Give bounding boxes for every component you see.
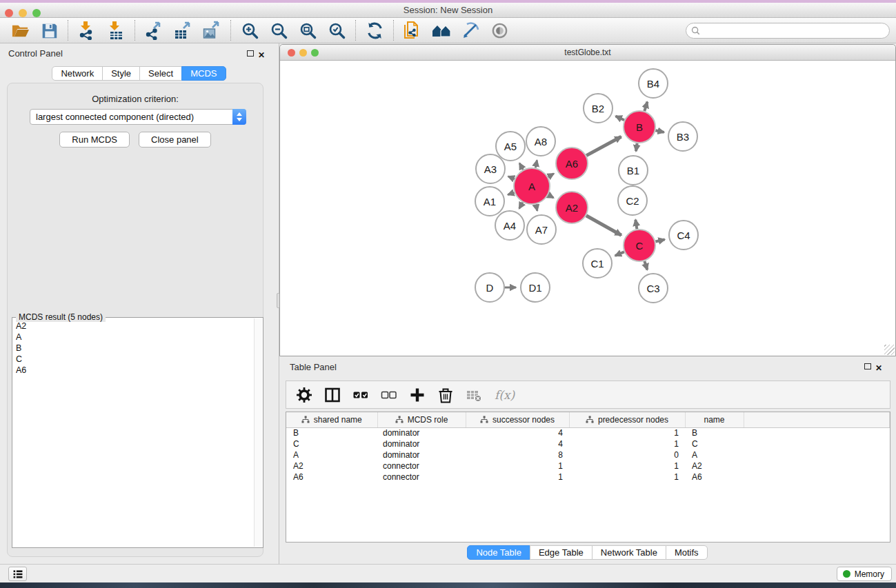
table-cell[interactable]: 1 <box>569 438 685 449</box>
column-header-predecessor-nodes[interactable]: predecessor nodes <box>569 412 685 427</box>
graph-node-A6[interactable]: A6 <box>556 148 588 179</box>
scrollbar-track[interactable] <box>254 318 262 547</box>
table-row[interactable]: A2connector11A2 <box>286 460 890 472</box>
mcds-result-item[interactable]: B <box>16 343 253 354</box>
table-cell[interactable]: 1 <box>466 472 569 483</box>
deselect-all-checkboxes-icon[interactable] <box>380 386 398 404</box>
refresh-icon[interactable] <box>360 19 389 42</box>
mcds-result-item[interactable]: C <box>16 354 253 365</box>
table-tab-node-table[interactable]: Node Table <box>467 545 530 560</box>
zoom-selected-icon[interactable] <box>322 19 351 42</box>
node-table[interactable]: shared nameMCDS rolesuccessor nodesprede… <box>286 412 890 483</box>
graph-node-A[interactable]: A <box>514 168 550 204</box>
graph-node-A2[interactable]: A2 <box>556 192 588 223</box>
resize-grip-icon[interactable] <box>884 345 895 355</box>
column-header-name[interactable]: name <box>685 412 744 427</box>
mcds-result-item[interactable]: A6 <box>16 365 253 376</box>
export-table-icon[interactable] <box>168 19 197 42</box>
table-cell[interactable]: 1 <box>569 472 685 483</box>
table-cell[interactable]: connector <box>377 472 466 483</box>
maximize-network-button[interactable] <box>311 49 319 57</box>
graph-node-B4[interactable]: B4 <box>639 69 668 98</box>
graph-node-D[interactable]: D <box>475 273 504 302</box>
delete-column-icon[interactable] <box>437 386 455 404</box>
table-cell[interactable]: A6 <box>286 472 377 483</box>
graph-node-C2[interactable]: C2 <box>618 186 647 215</box>
table-cell[interactable]: A <box>685 449 744 460</box>
network-canvas[interactable]: B4B2BB3A8A5A6A3B1AC2A1A2A4A7C4CC1DD1C3 <box>280 61 895 356</box>
table-cell[interactable]: dominator <box>377 449 466 460</box>
table-cell[interactable]: dominator <box>377 438 466 449</box>
table-row[interactable]: Bdominator41B <box>286 427 890 438</box>
graph-node-B3[interactable]: B3 <box>668 122 697 151</box>
graph-node-B1[interactable]: B1 <box>619 156 648 185</box>
task-history-button[interactable] <box>8 567 27 581</box>
graph-node-A4[interactable]: A4 <box>495 211 524 240</box>
hide-graphics-details-icon[interactable] <box>456 19 485 42</box>
mcds-result-item[interactable]: A2 <box>16 321 253 332</box>
function-builder-icon[interactable]: f(x) <box>495 388 515 402</box>
graph-node-A3[interactable]: A3 <box>476 154 505 183</box>
select-all-checkboxes-icon[interactable] <box>352 386 370 404</box>
close-network-button[interactable] <box>288 49 295 57</box>
criterion-dropdown[interactable]: largest connected component (directed) <box>30 109 246 125</box>
minimize-window-button[interactable] <box>19 9 27 17</box>
control-tab-select[interactable]: Select <box>139 66 182 81</box>
zoom-fit-icon[interactable] <box>293 19 322 42</box>
table-cell[interactable]: A2 <box>685 460 744 472</box>
add-column-icon[interactable] <box>408 386 426 404</box>
graph-node-B[interactable]: B <box>624 111 655 143</box>
table-cell[interactable]: A6 <box>685 472 744 483</box>
graph-node-B2[interactable]: B2 <box>584 94 613 123</box>
graph-node-A8[interactable]: A8 <box>526 127 555 156</box>
show-columns-icon[interactable] <box>323 386 341 404</box>
export-network-icon[interactable] <box>139 19 168 42</box>
table-row[interactable]: Cdominator41C <box>286 438 890 449</box>
float-panel-icon[interactable] <box>247 50 254 57</box>
mcds-result-item[interactable]: A <box>16 332 253 343</box>
open-file-icon[interactable] <box>6 19 34 42</box>
network-graph[interactable]: B4B2BB3A8A5A6A3B1AC2A1A2A4A7C4CC1DD1C3 <box>280 61 895 356</box>
graph-node-D1[interactable]: D1 <box>521 273 550 302</box>
graph-node-C1[interactable]: C1 <box>583 249 612 278</box>
control-tab-style[interactable]: Style <box>102 66 140 81</box>
table-cell[interactable]: connector <box>377 460 466 472</box>
table-cell[interactable]: 0 <box>569 449 685 460</box>
table-cell[interactable]: B <box>685 427 744 438</box>
maximize-window-button[interactable] <box>32 9 41 17</box>
table-cell[interactable]: 4 <box>466 427 569 438</box>
memory-button[interactable]: Memory <box>837 567 892 581</box>
close-panel-icon[interactable] <box>258 48 268 58</box>
column-header-shared-name[interactable]: shared name <box>286 412 377 427</box>
table-tab-network-table[interactable]: Network Table <box>592 545 666 560</box>
table-cell[interactable]: 1 <box>466 460 569 472</box>
graph-node-C[interactable]: C <box>624 230 655 261</box>
delete-table-icon[interactable] <box>465 386 483 404</box>
save-session-icon[interactable] <box>34 19 63 42</box>
run-mcds-button[interactable]: Run MCDS <box>59 132 130 148</box>
table-cell[interactable]: A <box>286 449 377 460</box>
column-header-successor-nodes[interactable]: successor nodes <box>466 412 569 427</box>
table-cell[interactable]: B <box>286 427 377 438</box>
minimize-network-button[interactable] <box>299 49 307 57</box>
search-field[interactable] <box>686 23 890 39</box>
table-cell[interactable]: 1 <box>569 460 685 472</box>
mcds-result-list[interactable]: A2ABCA6 <box>16 321 253 545</box>
table-cell[interactable]: 4 <box>466 438 569 449</box>
control-tab-mcds[interactable]: MCDS <box>181 66 226 81</box>
close-panel-button[interactable]: Close panel <box>139 132 211 148</box>
column-header-mcds-role[interactable]: MCDS role <box>377 412 466 427</box>
graph-node-A7[interactable]: A7 <box>527 215 556 244</box>
float-table-panel-icon[interactable] <box>864 363 871 369</box>
graph-node-A1[interactable]: A1 <box>475 187 504 216</box>
table-tab-motifs[interactable]: Motifs <box>666 545 708 560</box>
import-table-icon[interactable] <box>101 19 130 42</box>
control-tab-network[interactable]: Network <box>52 66 103 81</box>
table-cell[interactable]: C <box>286 438 377 449</box>
table-cell[interactable]: dominator <box>377 427 466 438</box>
settings-gear-icon[interactable] <box>295 386 313 404</box>
table-cell[interactable]: 8 <box>466 449 569 460</box>
zoom-in-icon[interactable] <box>235 19 264 42</box>
close-window-button[interactable] <box>5 9 13 17</box>
graph-node-A5[interactable]: A5 <box>496 132 525 161</box>
